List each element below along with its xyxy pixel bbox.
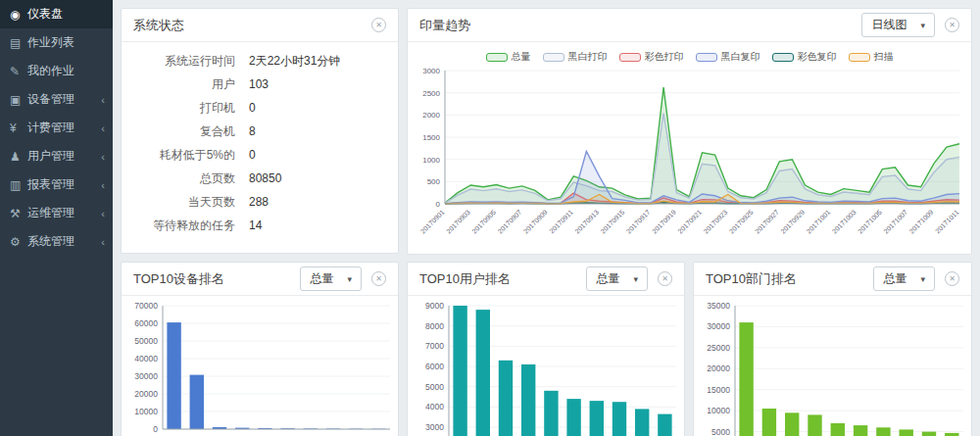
status-value: 80850 (249, 172, 281, 185)
legend-label: 总量 (512, 50, 531, 64)
svg-text:20170915: 20170915 (599, 209, 625, 235)
chevron-icon: ‹ (101, 151, 105, 163)
sidebar-item-my-jobs[interactable]: ✎ 我的作业 (0, 57, 113, 85)
svg-text:6000: 6000 (425, 362, 444, 371)
status-label: 复合机 (137, 125, 235, 138)
panel-title: TOP10部门排名 (706, 270, 797, 288)
close-icon[interactable]: ✕ (658, 271, 672, 286)
metric-select[interactable]: 总量 ▾ (586, 266, 648, 291)
user-rank-chart[interactable]: 0100020003000400050006000700080009000 (410, 300, 684, 436)
sidebar-item-label: 运维管理 (27, 205, 74, 221)
svg-text:5000: 5000 (711, 427, 730, 436)
status-row: 当天页数 288 (137, 196, 382, 209)
status-row: 系统运行时间 2天22小时31分钟 (137, 55, 382, 68)
status-label: 打印机 (137, 102, 235, 115)
dept-rank-chart[interactable]: 05000100001500020000250003000035000 (696, 300, 971, 436)
status-value: 14 (249, 219, 262, 232)
sidebar-item-label: 报表管理 (27, 176, 74, 193)
sidebar-item-label: 作业列表 (27, 34, 74, 51)
chevron-down-icon: ▾ (920, 21, 925, 30)
svg-text:70000: 70000 (134, 301, 158, 311)
legend-item[interactable]: 彩色复印 (772, 50, 837, 64)
panel-header: 系统状态 ✕ (122, 9, 398, 42)
svg-text:20170907: 20170907 (496, 209, 522, 235)
sidebar-item-label: 我的作业 (27, 63, 74, 79)
close-icon[interactable]: ✕ (371, 18, 386, 32)
status-label: 当天页数 (137, 196, 235, 209)
print-trend-panel: 印量趋势 日线图 ▾ ✕ 总量黑白打印彩色打印黑白复印彩色复印扫描 050010… (407, 8, 972, 255)
svg-text:35000: 35000 (707, 301, 730, 311)
sidebar-item-job-list[interactable]: ▤ 作业列表 (0, 28, 113, 57)
svg-text:20171007: 20171007 (882, 209, 908, 235)
panel-title: 印量趋势 (419, 17, 470, 34)
close-icon[interactable]: ✕ (945, 271, 959, 286)
status-value: 103 (249, 78, 269, 91)
job-list-icon: ▤ (10, 36, 27, 50)
svg-text:4000: 4000 (425, 402, 444, 412)
sidebar-item-dashboard[interactable]: ◉ 仪表盘 (0, 0, 113, 28)
sidebar-item-billing-mgmt[interactable]: ¥ 计费管理 ‹ (0, 114, 113, 142)
legend-marker (543, 53, 564, 62)
dashboard-icon: ◉ (10, 8, 27, 22)
legend-label: 扫描 (874, 50, 894, 64)
svg-text:3000: 3000 (425, 422, 444, 432)
svg-text:10000: 10000 (134, 407, 158, 416)
status-row: 耗材低于5%的 0 (137, 149, 382, 162)
sidebar-item-report-mgmt[interactable]: ▥ 报表管理 ‹ (0, 170, 113, 199)
svg-text:20170911: 20170911 (548, 209, 574, 235)
sidebar-item-user-mgmt[interactable]: ♟ 用户管理 ‹ (0, 142, 113, 170)
sidebar-item-system-mgmt[interactable]: ⚙ 系统管理 ‹ (0, 227, 113, 256)
close-icon[interactable]: ✕ (371, 271, 386, 286)
chevron-down-icon: ▾ (920, 274, 925, 284)
report-chart-icon: ▥ (10, 178, 27, 192)
status-list: 系统运行时间 2天22小时31分钟 用户 103 打印机 0 复合机 8 耗材低… (122, 42, 398, 232)
svg-text:20170905: 20170905 (470, 209, 497, 235)
panel-title: 系统状态 (133, 17, 184, 34)
status-label: 等待释放的任务 (137, 219, 235, 232)
svg-text:20171003: 20171003 (831, 209, 858, 235)
legend-item[interactable]: 黑白复印 (696, 50, 760, 64)
status-row: 复合机 8 (137, 125, 382, 138)
trend-chart[interactable]: 0500100015002000250030002017090120170903… (410, 65, 971, 251)
status-label: 总页数 (137, 172, 235, 185)
legend-label: 彩色复印 (798, 50, 837, 64)
sidebar-item-label: 系统管理 (27, 233, 74, 250)
trend-legend: 总量黑白打印彩色打印黑白复印彩色复印扫描 (408, 49, 971, 65)
sidebar-item-label: 用户管理 (27, 148, 74, 165)
metric-select[interactable]: 总量 ▾ (873, 266, 935, 291)
chevron-down-icon: ▾ (347, 274, 352, 284)
status-row: 总页数 80850 (137, 172, 382, 185)
svg-text:20171005: 20171005 (857, 209, 883, 235)
legend-item[interactable]: 扫描 (849, 50, 894, 64)
svg-text:60000: 60000 (134, 318, 158, 328)
top10-device-panel: TOP10设备排名 总量 ▾ ✕ 01000020000300004000050… (121, 262, 399, 436)
sidebar-item-ops-mgmt[interactable]: ⚒ 运维管理 ‹ (0, 199, 113, 227)
legend-item[interactable]: 总量 (486, 50, 531, 64)
svg-text:25000: 25000 (707, 343, 730, 353)
svg-text:5000: 5000 (425, 382, 444, 392)
sidebar-item-device-mgmt[interactable]: ▣ 设备管理 ‹ (0, 85, 113, 114)
panel-header: 印量趋势 日线图 ▾ ✕ (408, 9, 971, 42)
legend-marker (772, 53, 794, 62)
status-label: 耗材低于5%的 (137, 149, 235, 162)
period-select[interactable]: 日线图 ▾ (861, 13, 935, 37)
gear-icon: ⚙ (10, 235, 27, 249)
svg-text:10000: 10000 (707, 406, 730, 415)
legend-marker (849, 53, 870, 62)
svg-text:20000: 20000 (134, 389, 158, 399)
chevron-icon: ‹ (101, 208, 105, 219)
sidebar-item-label: 仪表盘 (27, 6, 63, 23)
svg-text:1000: 1000 (422, 156, 440, 165)
device-rank-chart[interactable]: 010000200003000040000500006000070000 (123, 300, 398, 436)
svg-text:50000: 50000 (134, 336, 158, 346)
chevron-icon: ‹ (101, 236, 105, 248)
legend-item[interactable]: 彩色打印 (619, 50, 684, 64)
legend-item[interactable]: 黑白打印 (543, 50, 608, 64)
status-row: 用户 103 (137, 78, 382, 91)
status-label: 系统运行时间 (137, 55, 235, 68)
metric-select[interactable]: 总量 ▾ (300, 266, 362, 291)
close-icon[interactable]: ✕ (945, 18, 959, 32)
legend-label: 彩色打印 (645, 50, 684, 64)
svg-text:20170927: 20170927 (754, 209, 780, 235)
period-select-value: 日线图 (871, 17, 906, 33)
